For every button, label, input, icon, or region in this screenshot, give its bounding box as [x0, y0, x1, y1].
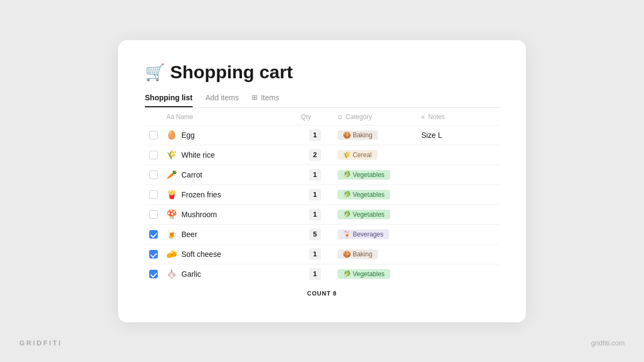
row-check-cell — [145, 165, 162, 184]
checkbox-7[interactable] — [149, 250, 158, 258]
row-notes-cell — [417, 204, 499, 224]
item-name-text: Egg — [181, 131, 195, 139]
row-check-cell — [145, 204, 162, 224]
shopping-table: Aa Name Qty ⊙ Category ≡ Notes — [145, 108, 499, 284]
item-name-text: Mushroom — [181, 210, 217, 219]
qty-badge: 1 — [309, 129, 321, 141]
row-category-cell: 🥬 Vegetables — [333, 264, 417, 284]
row-category-cell: 🥬 Vegetables — [333, 204, 417, 224]
notes-th-icon: ≡ — [421, 114, 425, 120]
category-badge: 🍹 Beverages — [338, 230, 389, 239]
table-row: 🧀 Soft cheese 1 🍪 Baking — [145, 244, 499, 264]
row-check-cell — [145, 184, 162, 204]
item-name-text: White rice — [181, 151, 215, 159]
item-emoji: 🍺 — [166, 230, 177, 239]
row-check-cell — [145, 264, 162, 284]
checkbox-8[interactable] — [149, 270, 158, 278]
category-badge: 🥬 Vegetables — [338, 269, 390, 279]
checkbox-3[interactable] — [149, 171, 158, 179]
row-qty-cell: 1 — [297, 244, 333, 264]
row-notes-cell — [417, 244, 499, 264]
row-name-cell: 🥚 Egg — [162, 125, 297, 145]
row-qty-cell: 2 — [297, 145, 333, 165]
row-qty-cell: 1 — [297, 264, 333, 284]
row-name-cell: 🍺 Beer — [162, 224, 297, 244]
row-name-cell: 🧀 Soft cheese — [162, 244, 297, 264]
row-category-cell: 🥬 Vegetables — [333, 165, 417, 184]
row-notes-cell — [417, 184, 499, 204]
th-qty: Qty — [297, 108, 333, 125]
row-category-cell: 🌾 Cereal — [333, 145, 417, 165]
qty-badge: 5 — [309, 228, 321, 240]
table-header-row: Aa Name Qty ⊙ Category ≡ Notes — [145, 108, 499, 125]
item-emoji: 🧀 — [166, 250, 177, 258]
category-th-icon: ⊙ — [338, 114, 342, 120]
qty-badge: 1 — [309, 209, 321, 220]
row-notes-cell — [417, 224, 499, 244]
tab-bar: Shopping list Add items ⊞ Items — [145, 93, 499, 108]
row-name-cell: 🍄 Mushroom — [162, 204, 297, 224]
row-qty-cell: 1 — [297, 184, 333, 204]
checkbox-4[interactable] — [149, 190, 158, 199]
row-category-cell: 🍪 Baking — [333, 244, 417, 264]
table-row: 🥚 Egg 1 🍪 Baking Size L — [145, 125, 499, 145]
checkbox-1[interactable] — [149, 131, 158, 139]
checkbox-2[interactable] — [149, 151, 158, 159]
watermark-right: gridfiti.com — [591, 339, 625, 347]
table-row: 🥕 Carrot 1 🥬 Vegetables — [145, 165, 499, 184]
row-check-cell — [145, 244, 162, 264]
item-name-text: Garlic — [181, 270, 201, 278]
count-row: COUNT 8 — [145, 284, 499, 297]
tab-shopping-list[interactable]: Shopping list — [145, 93, 193, 107]
th-notes: ≡ Notes — [417, 108, 499, 125]
category-badge: 🥬 Vegetables — [338, 170, 390, 180]
th-check — [145, 108, 162, 125]
category-badge: 🍪 Baking — [338, 249, 378, 259]
row-notes-cell — [417, 165, 499, 184]
row-check-cell — [145, 125, 162, 145]
item-name-text: Soft cheese — [181, 250, 221, 258]
row-check-cell — [145, 224, 162, 244]
qty-badge: 2 — [309, 149, 321, 161]
row-notes-cell — [417, 145, 499, 165]
row-name-cell: 🌾 White rice — [162, 145, 297, 165]
qty-badge: 1 — [309, 248, 321, 260]
th-name: Aa Name — [162, 108, 297, 125]
item-emoji: 🥚 — [166, 131, 177, 139]
row-category-cell: 🥬 Vegetables — [333, 184, 417, 204]
row-notes-cell — [417, 264, 499, 284]
item-name-text: Frozen fries — [181, 190, 221, 199]
table-row: 🧄 Garlic 1 🥬 Vegetables — [145, 264, 499, 284]
row-notes-cell: Size L — [417, 125, 499, 145]
item-emoji: 🍄 — [166, 210, 177, 219]
cart-icon: 🛒 — [145, 63, 165, 82]
row-name-cell: 🧄 Garlic — [162, 264, 297, 284]
th-category: ⊙ Category — [333, 108, 417, 125]
checkbox-6[interactable] — [149, 230, 158, 239]
qty-badge: 1 — [309, 169, 321, 181]
item-emoji: 🍟 — [166, 190, 177, 199]
table-icon: ⊞ — [252, 93, 258, 101]
category-badge: 🍪 Baking — [338, 130, 378, 140]
item-name-text: Carrot — [181, 171, 202, 179]
tab-items[interactable]: ⊞ Items — [252, 93, 279, 107]
row-name-cell: 🥕 Carrot — [162, 165, 297, 184]
checkbox-5[interactable] — [149, 210, 158, 219]
item-name-text: Beer — [181, 230, 197, 239]
main-card: 🛒 Shopping cart Shopping list Add items … — [118, 40, 526, 322]
tab-add-items[interactable]: Add items — [206, 93, 239, 107]
category-badge: 🥬 Vegetables — [338, 210, 390, 219]
item-emoji: 🧄 — [166, 270, 177, 278]
category-badge: 🌾 Cereal — [338, 150, 377, 160]
category-badge: 🥬 Vegetables — [338, 190, 390, 200]
row-name-cell: 🍟 Frozen fries — [162, 184, 297, 204]
qty-badge: 1 — [309, 268, 321, 280]
row-category-cell: 🍹 Beverages — [333, 224, 417, 244]
row-qty-cell: 5 — [297, 224, 333, 244]
row-check-cell — [145, 145, 162, 165]
watermark-left: GRIDFITI — [19, 339, 62, 347]
table-row: 🍺 Beer 5 🍹 Beverages — [145, 224, 499, 244]
row-qty-cell: 1 — [297, 165, 333, 184]
item-emoji: 🌾 — [166, 151, 177, 159]
row-qty-cell: 1 — [297, 204, 333, 224]
